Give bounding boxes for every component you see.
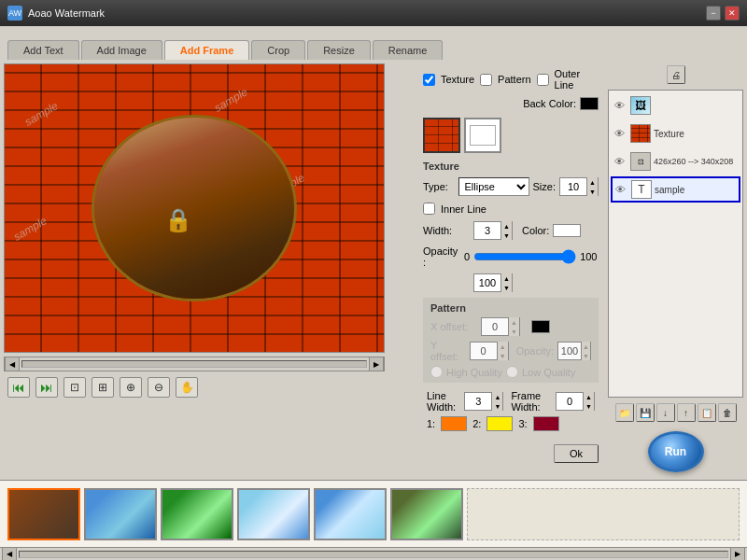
bottom-scroll-right[interactable]: ▶ xyxy=(730,547,745,561)
scroll-left-btn[interactable]: ◀ xyxy=(5,357,20,371)
x-offset-row: X offset: ▲ ▼ xyxy=(427,315,595,338)
x-offset-up-btn[interactable]: ▲ xyxy=(508,317,519,327)
color1-swatch[interactable] xyxy=(441,416,467,431)
delete-layer-btn[interactable]: 🗑 xyxy=(718,403,737,422)
title-bar: AW Aoao Watermark − ✕ xyxy=(0,0,747,26)
y-offset-down-btn[interactable]: ▼ xyxy=(497,351,508,360)
frame-width-up-btn[interactable]: ▲ xyxy=(583,392,594,401)
x-offset-spinner[interactable]: ▲ ▼ xyxy=(481,317,520,336)
swatch-white[interactable] xyxy=(464,118,501,153)
x-offset-input[interactable] xyxy=(482,318,508,335)
width-input[interactable] xyxy=(474,222,500,239)
frame-width-input[interactable] xyxy=(557,393,583,410)
film-thumb-4[interactable] xyxy=(237,488,310,540)
scroll-right-btn[interactable]: ▶ xyxy=(369,357,384,371)
opacity-down-btn[interactable]: ▼ xyxy=(500,283,512,292)
opacity-pattern-input[interactable] xyxy=(558,343,581,359)
back-color-swatch[interactable] xyxy=(580,97,599,110)
zoom-out-btn[interactable]: ⊖ xyxy=(148,377,170,398)
layer-item-4[interactable]: 👁 T sample xyxy=(611,176,740,203)
size-down-btn[interactable]: ▼ xyxy=(586,187,598,196)
y-offset-input[interactable] xyxy=(471,343,497,359)
inner-line-checkbox[interactable] xyxy=(423,203,435,215)
tab-add-text[interactable]: Add Text xyxy=(7,40,79,60)
line-width-input[interactable] xyxy=(465,393,491,410)
film-thumb-5[interactable] xyxy=(314,488,387,540)
next-frame-btn[interactable]: ⏭ xyxy=(35,377,58,398)
tab-crop[interactable]: Crop xyxy=(251,40,305,60)
width-down-btn[interactable]: ▼ xyxy=(500,231,512,240)
opacity-input[interactable] xyxy=(474,274,500,291)
film-thumb-1[interactable] xyxy=(7,488,80,540)
color2-swatch[interactable] xyxy=(486,416,513,431)
texture-checkbox[interactable] xyxy=(423,74,435,86)
scroll-track[interactable] xyxy=(21,360,367,368)
ok-button[interactable]: Ok xyxy=(554,444,599,463)
high-quality-radio[interactable] xyxy=(430,366,443,378)
bottom-scrollbar[interactable]: ◀ ▶ xyxy=(0,547,747,560)
preview-scrollbar[interactable]: ◀ ▶ xyxy=(4,357,385,371)
color3-swatch[interactable] xyxy=(533,416,559,431)
frame-width-down-btn[interactable]: ▼ xyxy=(583,401,594,411)
line-width-up-btn[interactable]: ▲ xyxy=(491,392,502,401)
x-offset-down-btn[interactable]: ▼ xyxy=(508,327,519,336)
bottom-scroll-track[interactable] xyxy=(19,551,728,558)
run-button[interactable]: Run xyxy=(648,431,704,472)
y-offset-spinner[interactable]: ▲ ▼ xyxy=(470,342,509,360)
layer-eye-2[interactable]: 👁 xyxy=(614,128,627,139)
layer-item-3[interactable]: 👁 ⊡ 426x260 --> 340x208 xyxy=(611,148,740,175)
tab-resize[interactable]: Resize xyxy=(307,40,371,60)
fit-view-btn[interactable]: ⊡ xyxy=(63,377,86,398)
y-offset-up-btn[interactable]: ▲ xyxy=(497,342,508,351)
tab-rename[interactable]: Rename xyxy=(373,40,444,60)
outer-line-checkbox[interactable] xyxy=(537,74,549,86)
zoom-in-btn[interactable]: ⊕ xyxy=(120,377,142,398)
color-swatch[interactable] xyxy=(553,224,581,237)
width-spinner[interactable]: ▲ ▼ xyxy=(473,221,513,240)
opacity-max: 100 xyxy=(580,251,597,262)
hand-tool-btn[interactable]: ✋ xyxy=(176,377,198,398)
width-up-btn[interactable]: ▲ xyxy=(500,221,512,231)
size-up-btn[interactable]: ▲ xyxy=(586,177,598,187)
opacity-spinner[interactable]: ▲ ▼ xyxy=(473,273,513,292)
pattern-checkbox[interactable] xyxy=(480,74,492,86)
opacity-pattern-up-btn[interactable]: ▲ xyxy=(581,342,590,351)
type-select[interactable]: Ellipse Rectangle Circle Diamond xyxy=(458,177,529,196)
line-width-spinner[interactable]: ▲ ▼ xyxy=(464,392,503,411)
minimize-button[interactable]: − xyxy=(706,6,721,21)
tab-add-frame[interactable]: Add Frame xyxy=(164,40,249,60)
layer-eye-3[interactable]: 👁 xyxy=(614,156,627,167)
tab-add-image[interactable]: Add Image xyxy=(81,40,162,60)
swatch-brick[interactable] xyxy=(423,118,460,153)
layer-eye-1[interactable]: 👁 xyxy=(614,100,627,111)
copy-layer-btn[interactable]: 📋 xyxy=(698,403,716,422)
opacity-pattern-down-btn[interactable]: ▼ xyxy=(581,351,590,360)
film-thumb-2[interactable] xyxy=(84,488,157,540)
print-btn[interactable]: 🖨 xyxy=(667,65,685,84)
film-thumb-6[interactable] xyxy=(390,488,463,540)
back-color-pattern-swatch[interactable] xyxy=(531,320,550,333)
opacity-slider[interactable] xyxy=(473,250,576,263)
film-placeholder xyxy=(467,488,740,540)
save-layer-btn[interactable]: 💾 xyxy=(636,403,655,422)
opacity-pattern-spinner[interactable]: ▲ ▼ xyxy=(557,342,591,360)
close-button[interactable]: ✕ xyxy=(725,6,740,21)
opacity-up-btn[interactable]: ▲ xyxy=(500,273,512,283)
low-quality-radio[interactable] xyxy=(506,366,518,378)
move-down-btn[interactable]: ↓ xyxy=(656,403,675,422)
size-input[interactable] xyxy=(560,178,586,195)
add-layer-btn[interactable]: 📁 xyxy=(615,403,634,422)
film-thumb-3[interactable] xyxy=(161,488,233,540)
frame-width-spinner[interactable]: ▲ ▼ xyxy=(556,392,595,411)
line-width-label: Line Width: xyxy=(427,390,460,413)
actual-size-btn[interactable]: ⊞ xyxy=(92,377,114,398)
bottom-scroll-left[interactable]: ◀ xyxy=(2,547,17,561)
line-width-down-btn[interactable]: ▼ xyxy=(491,401,502,411)
size-spinner[interactable]: ▲ ▼ xyxy=(559,177,599,196)
layer-eye-4[interactable]: 👁 xyxy=(615,184,628,195)
move-up-btn[interactable]: ↑ xyxy=(677,403,696,422)
app-title: Aoao Watermark xyxy=(28,7,105,19)
layer-item-1[interactable]: 👁 🖼 xyxy=(611,92,740,119)
first-frame-btn[interactable]: ⏮ xyxy=(7,377,30,398)
layer-item-2[interactable]: 👁 Texture xyxy=(611,120,740,147)
